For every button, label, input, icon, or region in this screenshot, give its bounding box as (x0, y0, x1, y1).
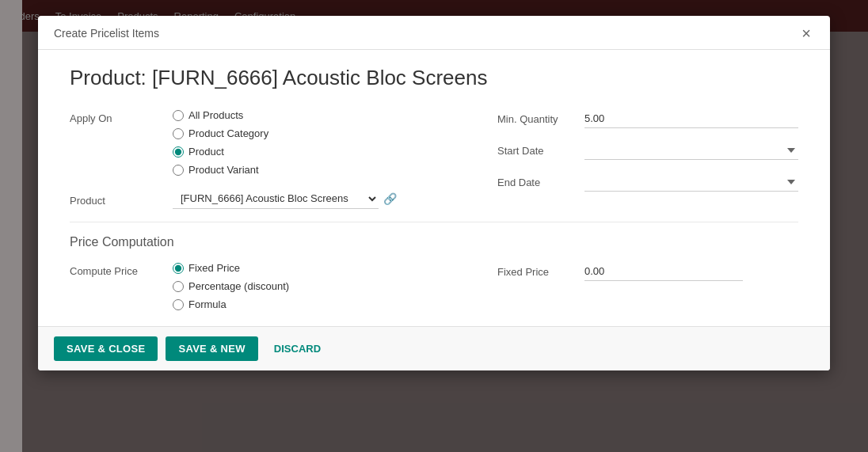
radio-all-products-label: All Products (188, 109, 243, 121)
product-field-row: Product [FURN_6666] Acoustic Bloc Screen… (70, 188, 450, 209)
start-date-select[interactable] (584, 141, 798, 160)
min-quantity-input[interactable] (584, 109, 798, 128)
radio-product-category-label: Product Category (188, 127, 268, 139)
radio-product-variant[interactable]: Product Variant (173, 164, 450, 176)
compute-price-row: Compute Price Fixed Price Percentage (di… (70, 262, 450, 310)
start-date-row: Start Date (497, 141, 798, 160)
apply-on-row: Apply On All Products Product Category (70, 109, 450, 176)
discard-button[interactable]: DISCARD (266, 336, 329, 361)
radio-formula-label: Formula (188, 298, 227, 310)
apply-on-label: Apply On (70, 109, 173, 124)
compute-price-radio-group: Fixed Price Percentage (discount) Formul… (173, 262, 450, 310)
product-select[interactable]: [FURN_6666] Acoustic Bloc Screens (173, 188, 379, 209)
fixed-price-value-row: Fixed Price (497, 262, 798, 281)
radio-product-input[interactable] (173, 146, 184, 158)
radio-all-products[interactable]: All Products (173, 109, 450, 121)
fixed-price-value-label: Fixed Price (497, 266, 584, 278)
start-date-label: Start Date (497, 145, 584, 157)
radio-percentage-input[interactable] (173, 281, 184, 292)
right-fields-section: Min. Quantity Start Date End Date (497, 109, 798, 209)
end-date-row: End Date (497, 173, 798, 192)
radio-product-category-input[interactable] (173, 128, 184, 139)
end-date-label: End Date (497, 177, 584, 188)
modal-body: Product: [FURN_6666] Acoustic Bloc Scree… (38, 50, 830, 326)
price-form-section: Compute Price Fixed Price Percentage (di… (70, 262, 798, 310)
compute-price-left: Compute Price Fixed Price Percentage (di… (70, 262, 450, 310)
radio-product-variant-label: Product Variant (188, 164, 259, 176)
fixed-price-value-input[interactable] (584, 262, 743, 281)
price-computation-title: Price Computation (70, 235, 798, 249)
compute-price-options: Fixed Price Percentage (discount) Formul… (173, 262, 450, 310)
radio-product[interactable]: Product (173, 146, 450, 158)
apply-on-options: All Products Product Category Product (173, 109, 450, 176)
radio-product-category[interactable]: Product Category (173, 127, 450, 139)
apply-on-radio-group: All Products Product Category Product (173, 109, 450, 176)
min-quantity-label: Min. Quantity (497, 113, 584, 125)
save-close-button[interactable]: SAVE & CLOSE (54, 336, 158, 361)
section-divider (70, 222, 798, 222)
fixed-price-right: Fixed Price (497, 262, 798, 310)
modal-header: Create Pricelist Items × (38, 16, 830, 50)
compute-price-label: Compute Price (70, 262, 173, 277)
create-pricelist-modal: Create Pricelist Items × Product: [FURN_… (38, 16, 830, 370)
radio-fixed-price-label: Fixed Price (188, 262, 240, 274)
modal-title: Create Pricelist Items (54, 27, 159, 40)
radio-formula[interactable]: Formula (173, 298, 450, 310)
product-select-wrapper: [FURN_6666] Acoustic Bloc Screens 🔗 (173, 188, 397, 209)
radio-formula-input[interactable] (173, 299, 184, 310)
save-new-button[interactable]: SAVE & NEW (166, 336, 257, 361)
radio-percentage-label: Percentage (discount) (188, 280, 289, 292)
apply-on-section: Apply On All Products Product Category (70, 109, 450, 209)
end-date-select[interactable] (584, 173, 798, 192)
price-computation-section: Price Computation Compute Price Fixed Pr… (70, 235, 798, 310)
radio-product-variant-input[interactable] (173, 165, 184, 176)
product-label: Product (70, 192, 173, 207)
radio-percentage[interactable]: Percentage (discount) (173, 280, 450, 292)
radio-all-products-input[interactable] (173, 110, 184, 121)
modal-close-button[interactable]: × (798, 25, 814, 41)
dialog-title: Product: [FURN_6666] Acoustic Bloc Scree… (70, 66, 798, 90)
min-quantity-row: Min. Quantity (497, 109, 798, 128)
top-form-section: Apply On All Products Product Category (70, 109, 798, 209)
external-link-icon[interactable]: 🔗 (383, 192, 397, 205)
radio-fixed-price-input[interactable] (173, 263, 184, 274)
radio-fixed-price[interactable]: Fixed Price (173, 262, 450, 274)
radio-product-label: Product (188, 146, 224, 158)
modal-footer: SAVE & CLOSE SAVE & NEW DISCARD (38, 326, 830, 370)
